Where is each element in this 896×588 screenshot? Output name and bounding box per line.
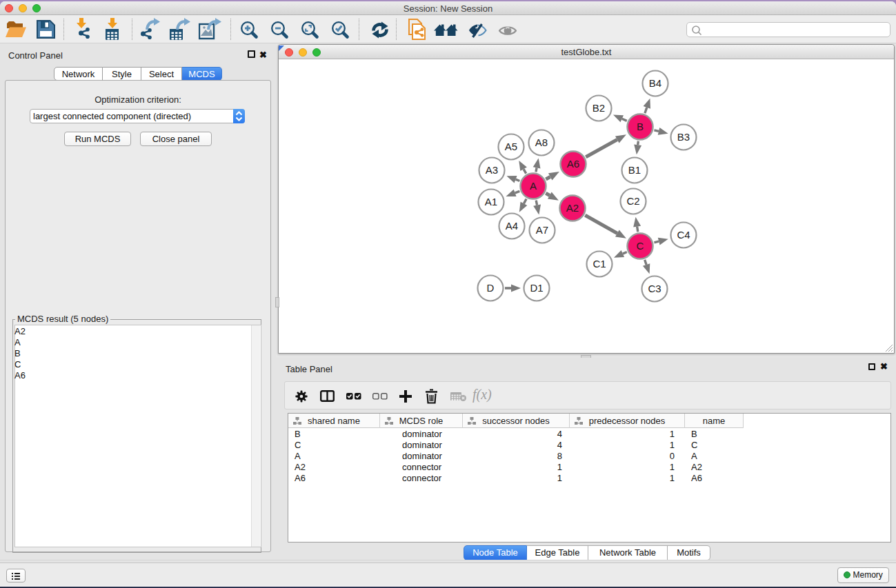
svg-text:C4: C4 [677,229,690,241]
svg-text:A6: A6 [567,158,579,170]
svg-text:A7: A7 [536,224,548,236]
svg-text:B2: B2 [593,102,605,114]
svg-text:A: A [530,180,537,192]
svg-text:A5: A5 [505,141,517,152]
svg-text:D1: D1 [530,282,543,294]
svg-text:B3: B3 [677,131,690,143]
svg-text:A3: A3 [486,164,498,176]
svg-text:C1: C1 [593,258,606,270]
svg-text:D: D [487,282,495,294]
svg-text:A4: A4 [506,220,518,232]
svg-text:A8: A8 [535,136,548,148]
svg-text:B: B [637,121,644,132]
svg-text:A1: A1 [485,196,497,207]
svg-text:A2: A2 [566,202,579,214]
svg-text:B4: B4 [649,77,661,89]
svg-text:C2: C2 [626,195,639,207]
svg-text:B1: B1 [628,164,641,176]
svg-text:C3: C3 [648,283,661,294]
svg-text:C: C [637,240,644,252]
